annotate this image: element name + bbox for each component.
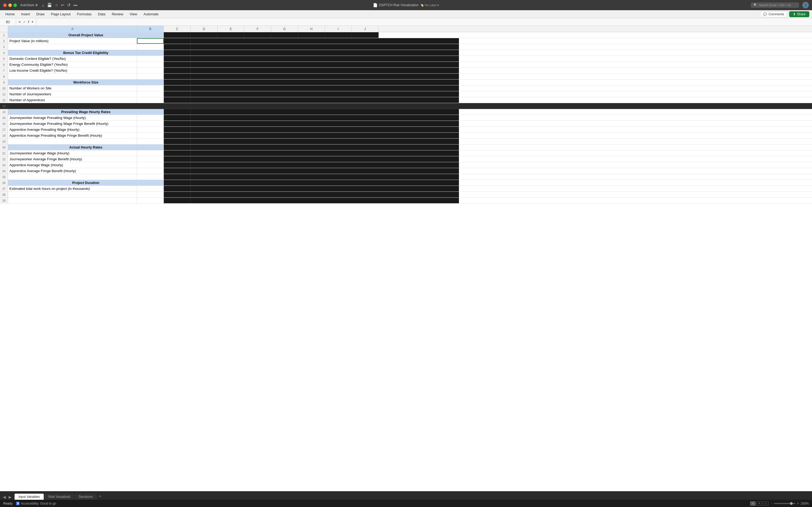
tab-prev-icon[interactable]: ◀ — [2, 494, 7, 500]
cell-7-b[interactable] — [137, 68, 164, 73]
page-view-icon[interactable]: □ — [763, 501, 768, 506]
cell-reference[interactable]: B2 — [0, 18, 16, 25]
row-num-25: 25 — [0, 174, 8, 180]
cell-2-b[interactable] — [137, 38, 164, 44]
cell-11-rest — [191, 91, 459, 97]
home-icon[interactable]: ⌂ — [42, 3, 44, 7]
no-label-badge[interactable]: 🏷️ No Label ▾ — [420, 3, 439, 7]
cell-10-a[interactable]: Number of Workers on Site — [8, 86, 137, 91]
comments-button[interactable]: 💬 Comments — [760, 11, 787, 17]
cell-22-b[interactable] — [137, 156, 164, 162]
cell-16-b[interactable] — [137, 121, 164, 126]
grid-view-icon[interactable]: ⊞ — [750, 501, 756, 506]
col-header-c[interactable]: C — [164, 26, 191, 32]
cell-27-b[interactable] — [137, 186, 164, 191]
menu-data[interactable]: Data — [95, 11, 108, 17]
col-header-b[interactable]: B — [137, 26, 164, 32]
menu-automate[interactable]: Automate — [141, 11, 161, 17]
menu-home[interactable]: Home — [3, 11, 17, 17]
cell-4-a[interactable]: Bonus Tax Credit Eligibility — [8, 50, 164, 56]
cell-7-a[interactable]: Low-Income Credit Eligible? (Yes/No) — [8, 68, 137, 73]
cell-29-rest — [191, 198, 459, 203]
cell-18-a[interactable]: Apprentice Average Prevailing Wage Fring… — [8, 133, 137, 138]
col-header-e[interactable]: E — [218, 26, 244, 32]
zoom-minus-button[interactable]: - — [771, 502, 772, 505]
confirm-formula-icon[interactable]: ✓ — [23, 20, 26, 24]
autosave[interactable]: AutoSave — [20, 3, 38, 7]
cell-22-a[interactable]: Journeyworker Average Fringe Benefit (Ho… — [8, 156, 137, 162]
cell-18-b[interactable] — [137, 133, 164, 138]
tab-input-variables[interactable]: Input Variables — [14, 494, 44, 500]
cell-23-a[interactable]: Apprentice Average Wage (Hourly) — [8, 162, 137, 168]
cell-21-b[interactable] — [137, 150, 164, 156]
cell-27-a[interactable]: Estimated total work hours on project (i… — [8, 186, 137, 191]
menu-formulas[interactable]: Formulas — [74, 11, 94, 17]
cell-7-rest — [191, 68, 459, 73]
undo-icon[interactable]: ↩ — [61, 3, 64, 7]
menu-insert[interactable]: Insert — [18, 11, 33, 17]
cell-20-a[interactable]: Actual Hourly Rates — [8, 145, 164, 150]
expand-formula-icon[interactable]: ▼ — [31, 20, 34, 23]
cell-12-b[interactable] — [137, 97, 164, 103]
maximize-button[interactable] — [13, 3, 17, 7]
add-sheet-button[interactable]: + — [97, 493, 103, 500]
zoom-plus-button[interactable]: + — [797, 502, 799, 505]
cell-12-a[interactable]: Number of Apprentices — [8, 97, 137, 103]
row-16: 16 Journeyworker Average Prevailing Wage… — [0, 121, 812, 127]
cell-15-b[interactable] — [137, 115, 164, 121]
menu-page-layout[interactable]: Page Layout — [48, 11, 73, 17]
cell-24-b[interactable] — [137, 168, 164, 174]
cell-1-j — [352, 32, 379, 38]
col-header-h[interactable]: H — [298, 26, 325, 32]
cell-17-rest — [191, 127, 459, 132]
cell-17-a[interactable]: Apprentice Average Prevailing Wage (Hour… — [8, 127, 137, 132]
cell-1-a[interactable]: Overall Project Value — [8, 32, 164, 38]
cell-6-b[interactable] — [137, 62, 164, 67]
col-header-g[interactable]: G — [271, 26, 298, 32]
cell-9-a[interactable]: Workforce Size — [8, 79, 164, 85]
search-box[interactable]: 🔍 Search (Cmd + Ctrl + U) — [751, 2, 799, 8]
cancel-formula-icon[interactable]: ✕ — [18, 20, 21, 24]
menu-draw[interactable]: Draw — [34, 11, 47, 17]
cell-5-a[interactable]: Domestic Content Eligible? (Yes/No) — [8, 56, 137, 61]
cell-11-a[interactable]: Number of Journeyworkers — [8, 91, 137, 97]
col-header-d[interactable]: D — [191, 26, 218, 32]
insert-function-icon[interactable]: f — [28, 20, 29, 24]
bookmark-icon[interactable]: ☆ — [55, 3, 58, 7]
minimize-button[interactable] — [8, 3, 12, 7]
cell-16-a[interactable]: Journeyworker Average Prevailing Wage Fr… — [8, 121, 137, 126]
tab-risk-visualized[interactable]: Risk Visualized — [44, 494, 74, 500]
cell-5-b[interactable] — [137, 56, 164, 61]
menu-view[interactable]: View — [127, 11, 140, 17]
cell-17-b[interactable] — [137, 127, 164, 132]
cell-22-c — [164, 156, 191, 162]
cell-14-a[interactable]: Prevailing Wage Hourly Rates — [8, 109, 164, 115]
share-button[interactable]: ⬆ Share — [789, 11, 809, 17]
menu-review[interactable]: Review — [109, 11, 126, 17]
col-header-f[interactable]: F — [244, 26, 271, 32]
user-avatar[interactable]: 👤 — [802, 2, 809, 8]
list-view-icon[interactable]: ≡ — [757, 501, 762, 506]
cell-11-b[interactable] — [137, 91, 164, 97]
save-icon[interactable]: 💾 — [47, 3, 52, 7]
cell-2-a[interactable]: Project Value (in millions) — [8, 38, 137, 44]
cell-24-rest — [191, 168, 459, 174]
cell-6-a[interactable]: Energy Community Eligible? (Yes/No) — [8, 62, 137, 67]
row-num-12: 12 — [0, 97, 8, 103]
redo-icon[interactable]: ↺ — [67, 3, 71, 7]
col-header-a[interactable]: A — [8, 26, 137, 32]
cell-24-a[interactable]: Apprentice Average Fringe Benefit (Hourl… — [8, 168, 137, 174]
col-header-i[interactable]: I — [325, 26, 352, 32]
tab-decisions[interactable]: Decisions — [75, 494, 97, 500]
cell-23-b[interactable] — [137, 162, 164, 168]
tab-next-icon[interactable]: ▶ — [8, 494, 12, 500]
cell-15-a[interactable]: Journeyworker Average Prevailing Wage (H… — [8, 115, 137, 121]
row-num-10: 10 — [0, 86, 8, 91]
zoom-slider[interactable] — [774, 503, 795, 504]
col-header-j[interactable]: J — [352, 26, 379, 32]
cell-10-b[interactable] — [137, 86, 164, 91]
cell-21-a[interactable]: Journeyworker Average Wage (Hourly) — [8, 150, 137, 156]
more-icon[interactable]: ••• — [73, 3, 77, 7]
cell-26-a[interactable]: Project Duration — [8, 180, 164, 185]
close-button[interactable] — [3, 3, 7, 7]
